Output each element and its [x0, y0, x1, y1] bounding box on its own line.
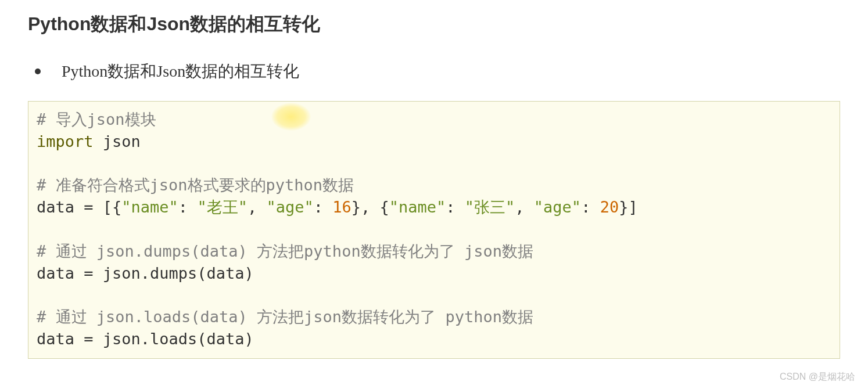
code-blank [37, 153, 831, 175]
code-number: 20 [600, 198, 619, 216]
code-comment: # 准备符合格式json格式要求的python数据 [37, 176, 354, 194]
code-string: "name" [121, 198, 178, 216]
code-text: , [248, 198, 267, 216]
code-line: # 通过 json.loads(data) 方法把json数据转化为了 pyth… [37, 306, 831, 328]
code-text: }, { [351, 198, 389, 216]
code-comment: # 导入json模块 [37, 110, 156, 128]
code-line: import json [37, 131, 831, 153]
code-text: json [94, 132, 141, 150]
code-text: data = [{ [37, 198, 121, 216]
page-title: Python数据和Json数据的相互转化 [28, 12, 840, 37]
code-string: "age" [534, 198, 581, 216]
code-text: : [446, 198, 465, 216]
code-text: , [515, 198, 534, 216]
code-text: data = json.loads(data) [37, 330, 254, 348]
code-line: # 准备符合格式json格式要求的python数据 [37, 174, 831, 196]
bullet-item: Python数据和Json数据的相互转化 [28, 60, 840, 82]
code-line: # 导入json模块 [37, 109, 831, 131]
code-blank [37, 284, 831, 306]
code-text: : [314, 198, 333, 216]
code-line: data = json.loads(data) [37, 328, 831, 350]
code-line: # 通过 json.dumps(data) 方法把python数据转化为了 js… [37, 240, 831, 262]
code-text: : [178, 198, 198, 216]
code-text: data = json.dumps(data) [37, 264, 254, 282]
cursor-highlight-icon [271, 103, 311, 131]
code-blank [37, 218, 831, 240]
code-block: # 导入json模块 import json # 准备符合格式json格式要求的… [28, 101, 840, 359]
code-comment: # 通过 json.loads(data) 方法把json数据转化为了 pyth… [37, 308, 533, 326]
code-number: 16 [332, 198, 351, 216]
code-string: "老王" [197, 198, 248, 216]
bullet-text: Python数据和Json数据的相互转化 [62, 60, 299, 82]
code-text: }] [619, 198, 638, 216]
code-line: data = [{"name": "老王", "age": 16}, {"nam… [37, 196, 831, 218]
code-string: "age" [266, 198, 313, 216]
code-string: "张三" [465, 198, 515, 216]
code-line: data = json.dumps(data) [37, 262, 831, 284]
code-string: "name" [389, 198, 446, 216]
code-keyword: import [37, 132, 94, 150]
code-text: : [581, 198, 600, 216]
code-comment: # 通过 json.dumps(data) 方法把python数据转化为了 js… [37, 242, 533, 260]
watermark-text: CSDN @是烟花哈 [780, 371, 855, 383]
bullet-dot-icon [35, 69, 41, 74]
